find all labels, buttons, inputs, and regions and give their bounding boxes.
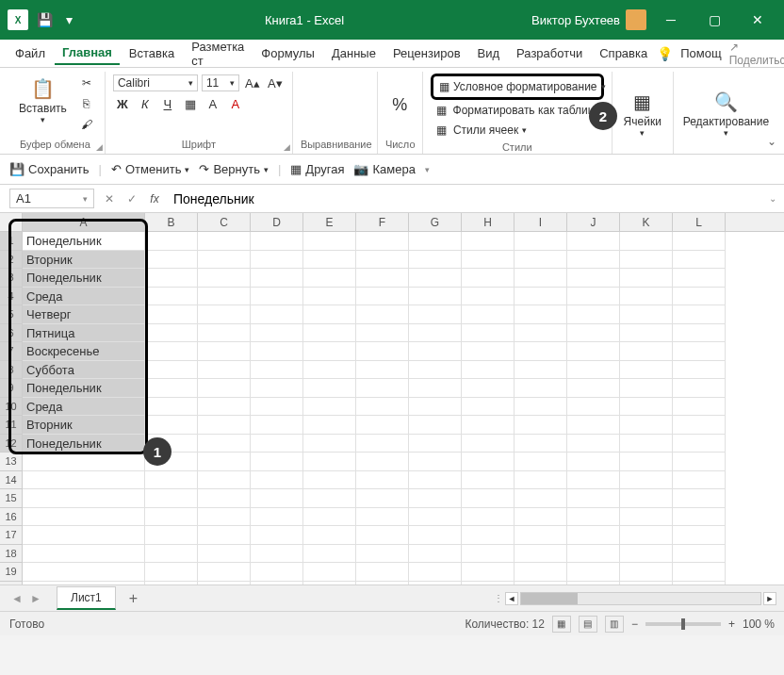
cell[interactable] bbox=[198, 453, 251, 471]
cell[interactable] bbox=[303, 398, 356, 417]
cell-styles-button[interactable]: ▦ Стили ячеек ▾ bbox=[431, 121, 604, 140]
menu-insert[interactable]: Вставка bbox=[122, 42, 182, 64]
cell[interactable] bbox=[251, 582, 303, 585]
cell[interactable] bbox=[198, 379, 251, 398]
zoom-out[interactable]: − bbox=[631, 617, 638, 631]
cell[interactable] bbox=[356, 324, 409, 343]
cell[interactable] bbox=[514, 508, 567, 527]
font-name-combo[interactable]: Calibri▾ bbox=[113, 74, 198, 91]
cell[interactable] bbox=[567, 305, 620, 324]
cell[interactable] bbox=[620, 361, 673, 380]
cell[interactable] bbox=[409, 508, 462, 527]
cell[interactable] bbox=[409, 545, 462, 564]
menu-file[interactable]: Файл bbox=[8, 42, 53, 64]
cell[interactable] bbox=[145, 398, 198, 417]
cells-button[interactable]: ▦ Ячейки ▾ bbox=[618, 87, 667, 140]
row-header[interactable]: 5 bbox=[0, 305, 23, 324]
col-header-C[interactable]: C bbox=[198, 213, 251, 231]
cell[interactable] bbox=[673, 361, 726, 380]
cell[interactable] bbox=[303, 453, 356, 471]
cell[interactable] bbox=[356, 563, 409, 582]
cell[interactable] bbox=[303, 232, 356, 251]
cell[interactable] bbox=[198, 563, 251, 582]
cell[interactable] bbox=[251, 232, 303, 251]
cell[interactable] bbox=[409, 305, 462, 324]
cell[interactable] bbox=[356, 232, 409, 251]
cell[interactable]: Понедельник bbox=[23, 232, 145, 251]
cell[interactable] bbox=[356, 342, 409, 361]
cell[interactable] bbox=[620, 563, 673, 582]
cell[interactable] bbox=[462, 379, 514, 398]
border-button[interactable]: ▦ bbox=[181, 94, 200, 113]
cell[interactable] bbox=[303, 416, 356, 435]
save-qa-icon[interactable]: 💾 bbox=[36, 11, 53, 28]
cell[interactable] bbox=[462, 269, 514, 288]
cell[interactable] bbox=[514, 563, 567, 582]
cell[interactable] bbox=[356, 508, 409, 527]
cell[interactable] bbox=[673, 251, 726, 270]
sheet-nav-prev[interactable]: ◄ bbox=[8, 592, 26, 605]
cell[interactable] bbox=[145, 342, 198, 361]
share-button[interactable]: ↗ Поделиться bbox=[729, 41, 784, 67]
cell[interactable] bbox=[409, 526, 462, 545]
cell[interactable] bbox=[673, 398, 726, 417]
cell[interactable] bbox=[303, 251, 356, 270]
select-all-corner[interactable] bbox=[0, 213, 23, 231]
zoom-slider[interactable] bbox=[645, 622, 721, 626]
cell[interactable] bbox=[462, 342, 514, 361]
row-header[interactable]: 20 bbox=[0, 582, 23, 585]
cell[interactable] bbox=[567, 398, 620, 417]
cell[interactable] bbox=[251, 435, 303, 453]
cell[interactable] bbox=[303, 545, 356, 564]
cell[interactable] bbox=[462, 324, 514, 343]
cell[interactable] bbox=[409, 582, 462, 585]
cell[interactable] bbox=[514, 379, 567, 398]
cell[interactable] bbox=[409, 471, 462, 490]
cell[interactable] bbox=[514, 398, 567, 417]
cell[interactable] bbox=[567, 288, 620, 306]
cell[interactable] bbox=[567, 361, 620, 380]
tell-me-icon[interactable]: 💡 bbox=[657, 46, 673, 61]
col-header-B[interactable]: B bbox=[145, 213, 198, 231]
cell[interactable] bbox=[303, 435, 356, 453]
cell[interactable] bbox=[251, 269, 303, 288]
cell[interactable] bbox=[145, 232, 198, 251]
cell[interactable] bbox=[567, 342, 620, 361]
qa-camera-button[interactable]: 📷Камера bbox=[353, 162, 415, 176]
cell[interactable] bbox=[409, 435, 462, 453]
cell[interactable] bbox=[409, 251, 462, 270]
cell[interactable] bbox=[356, 251, 409, 270]
cell[interactable] bbox=[198, 342, 251, 361]
cell[interactable] bbox=[251, 379, 303, 398]
percent-icon[interactable]: % bbox=[392, 95, 407, 115]
cell[interactable] bbox=[145, 416, 198, 435]
cell[interactable] bbox=[356, 435, 409, 453]
cell[interactable]: Понедельник bbox=[23, 379, 145, 398]
cell[interactable] bbox=[620, 398, 673, 417]
cell[interactable] bbox=[673, 508, 726, 527]
cell[interactable] bbox=[514, 582, 567, 585]
menu-home[interactable]: Главная bbox=[55, 41, 120, 65]
cell[interactable] bbox=[462, 361, 514, 380]
cell[interactable] bbox=[673, 379, 726, 398]
row-header[interactable]: 14 bbox=[0, 471, 23, 490]
row-header[interactable]: 16 bbox=[0, 508, 23, 527]
collapse-ribbon-icon[interactable]: ⌄ bbox=[767, 135, 776, 148]
bold-button[interactable]: Ж bbox=[113, 94, 132, 113]
cell[interactable] bbox=[251, 563, 303, 582]
cell[interactable] bbox=[462, 416, 514, 435]
cell[interactable] bbox=[620, 582, 673, 585]
row-header[interactable]: 7 bbox=[0, 342, 23, 361]
cell[interactable] bbox=[251, 342, 303, 361]
cell[interactable] bbox=[514, 288, 567, 306]
cell[interactable] bbox=[198, 269, 251, 288]
cell[interactable] bbox=[620, 288, 673, 306]
format-as-table-button[interactable]: ▦ Форматировать как таблицу bbox=[431, 101, 604, 120]
cell[interactable] bbox=[251, 398, 303, 417]
grow-font-button[interactable]: A▴ bbox=[243, 74, 262, 92]
cell[interactable] bbox=[198, 545, 251, 564]
cell[interactable] bbox=[356, 379, 409, 398]
cell[interactable] bbox=[145, 379, 198, 398]
cell[interactable] bbox=[198, 398, 251, 417]
cell[interactable] bbox=[198, 416, 251, 435]
